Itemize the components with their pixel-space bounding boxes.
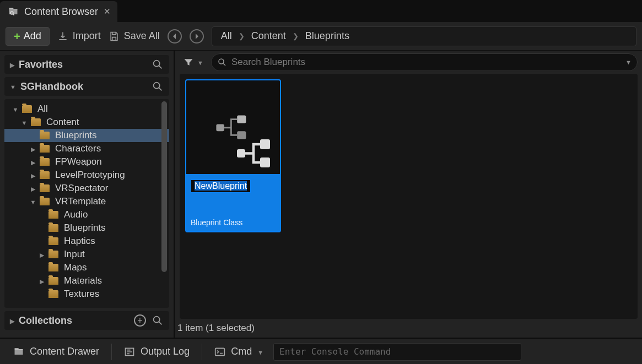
tab-content-browser[interactable]: Content Browser ✕ bbox=[0, 1, 117, 22]
breadcrumb-item[interactable]: Blueprints bbox=[305, 30, 349, 42]
folder-icon bbox=[48, 251, 58, 258]
svg-line-7 bbox=[159, 322, 162, 325]
svg-rect-14 bbox=[260, 139, 270, 149]
chevron-down-icon bbox=[197, 58, 203, 67]
svg-line-3 bbox=[159, 66, 162, 69]
tree-item[interactable]: VRTemplate bbox=[4, 195, 169, 208]
content-drawer-label: Content Drawer bbox=[30, 346, 99, 357]
favorites-label: Favorites bbox=[19, 59, 63, 70]
arrow-left-icon bbox=[171, 33, 178, 40]
tree-item[interactable]: Blueprints bbox=[4, 129, 169, 142]
content-drawer-button[interactable]: Content Drawer bbox=[6, 343, 107, 361]
scrollbar[interactable] bbox=[161, 101, 167, 272]
tree-item-label: LevelPrototyping bbox=[55, 170, 125, 181]
tree-item-label: Blueprints bbox=[64, 222, 106, 233]
tree-item[interactable]: VRSpectator bbox=[4, 182, 169, 195]
tree-item[interactable]: Materials bbox=[4, 274, 169, 287]
folder-icon bbox=[48, 290, 58, 298]
blueprint-badge-icon bbox=[237, 138, 277, 171]
tree-item-label: Maps bbox=[64, 262, 87, 273]
folder-icon bbox=[48, 264, 58, 271]
import-label: Import bbox=[73, 30, 101, 42]
chevron-right-icon bbox=[30, 144, 36, 153]
tree-item[interactable]: Haptics bbox=[4, 235, 169, 248]
add-label: Add bbox=[24, 30, 41, 42]
svg-point-8 bbox=[219, 59, 224, 64]
folder-icon bbox=[40, 198, 50, 205]
import-button[interactable]: Import bbox=[57, 30, 101, 42]
separator bbox=[111, 344, 112, 360]
chevron-right-icon: ❯ bbox=[293, 32, 299, 40]
tree-item[interactable]: Blueprints bbox=[4, 221, 169, 235]
breadcrumb-item[interactable]: Content bbox=[251, 30, 286, 42]
chevron-down-icon bbox=[30, 197, 36, 206]
folder-icon bbox=[22, 105, 32, 113]
nav-forward-button[interactable] bbox=[190, 29, 204, 44]
tree-item[interactable]: Input bbox=[4, 248, 169, 261]
tree-item[interactable]: Textures bbox=[4, 287, 169, 301]
close-icon[interactable]: ✕ bbox=[104, 7, 111, 17]
project-label: SGHandbook bbox=[20, 81, 83, 93]
asset-name-input[interactable]: NewBlueprint bbox=[191, 180, 251, 193]
svg-point-2 bbox=[154, 61, 160, 67]
folder-icon bbox=[48, 224, 58, 232]
import-icon bbox=[57, 31, 68, 42]
tree-item[interactable]: Maps bbox=[4, 261, 169, 274]
asset-label-area: NewBlueprint Blueprint Class bbox=[186, 174, 280, 231]
tree-item[interactable]: Characters bbox=[4, 142, 169, 155]
tree-item-label: VRSpectator bbox=[55, 183, 108, 194]
search-input[interactable] bbox=[231, 57, 621, 68]
asset-tile[interactable]: NewBlueprint Blueprint Class bbox=[185, 79, 281, 232]
tab-title: Content Browser bbox=[24, 6, 98, 18]
tree-item[interactable]: All bbox=[4, 102, 169, 116]
save-all-label: Save All bbox=[124, 30, 160, 42]
tree-item[interactable]: FPWeapon bbox=[4, 155, 169, 169]
folder-icon bbox=[48, 211, 58, 219]
search-icon[interactable] bbox=[152, 80, 164, 93]
favorites-section[interactable]: Favorites bbox=[4, 55, 169, 74]
sidebar: Favorites SGHandbook AllContentBlueprint… bbox=[0, 51, 175, 338]
content-drawer-icon bbox=[13, 346, 24, 357]
chevron-down-icon bbox=[12, 105, 19, 113]
search-icon[interactable] bbox=[152, 58, 164, 70]
tree-item[interactable]: Content bbox=[4, 116, 169, 129]
add-button[interactable]: + Add bbox=[6, 27, 50, 46]
cmd-selector[interactable]: Cmd bbox=[207, 343, 271, 361]
separator bbox=[202, 344, 202, 360]
nav-back-button[interactable] bbox=[168, 29, 182, 44]
collections-section[interactable]: Collections bbox=[4, 311, 169, 330]
chevron-right-icon bbox=[39, 250, 45, 259]
svg-rect-11 bbox=[237, 115, 246, 123]
asset-grid[interactable]: NewBlueprint Blueprint Class bbox=[180, 74, 638, 319]
search-icon bbox=[217, 57, 227, 67]
breadcrumb-item[interactable]: All bbox=[221, 30, 232, 42]
chevron-right-icon bbox=[10, 316, 14, 325]
tree-item[interactable]: LevelPrototyping bbox=[4, 169, 169, 182]
tree-item[interactable]: Audio bbox=[4, 208, 169, 221]
filter-icon bbox=[183, 57, 194, 68]
chevron-down-icon[interactable] bbox=[625, 58, 632, 66]
svg-point-4 bbox=[154, 83, 160, 89]
chevron-right-icon bbox=[10, 60, 14, 69]
search-icon[interactable] bbox=[152, 314, 164, 327]
add-collection-icon[interactable] bbox=[134, 314, 146, 327]
project-section[interactable]: SGHandbook bbox=[4, 77, 169, 96]
filter-button[interactable] bbox=[180, 55, 207, 70]
save-all-button[interactable]: Save All bbox=[109, 30, 160, 42]
content-browser-icon bbox=[8, 6, 19, 17]
output-log-button[interactable]: Output Log bbox=[116, 343, 197, 361]
output-log-label: Output Log bbox=[141, 346, 190, 357]
console-input[interactable] bbox=[273, 343, 521, 361]
search-input-container bbox=[211, 53, 638, 71]
terminal-icon bbox=[214, 346, 225, 357]
folder-icon bbox=[48, 237, 58, 245]
tree-item-label: Textures bbox=[64, 289, 99, 300]
svg-rect-15 bbox=[260, 157, 270, 167]
chevron-right-icon bbox=[30, 171, 36, 180]
folder-icon bbox=[40, 158, 50, 166]
tree-item-label: FPWeapon bbox=[55, 156, 102, 167]
tree-item-label: Input bbox=[64, 249, 85, 260]
tree-item-label: All bbox=[37, 104, 48, 115]
chevron-right-icon: ❯ bbox=[239, 32, 245, 40]
tree-item-label: Audio bbox=[64, 209, 88, 220]
